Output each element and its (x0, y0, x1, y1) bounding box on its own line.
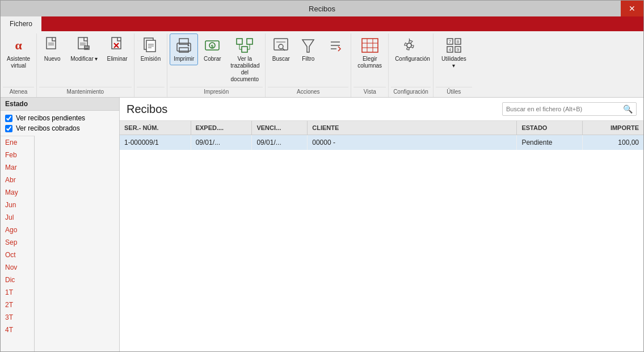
month-list: Ene Feb Mar Abr May Jun Jul Ago Sep Oct … (1, 136, 35, 352)
ribbon-group-utiles: 7 8 4 9 Utilidades ▾ Útiles (433, 33, 474, 97)
modificar-button[interactable]: Modificar ▾ (66, 33, 102, 65)
check-cobrados[interactable]: Ver recibos cobrados (5, 124, 115, 132)
modificar-label: Modificar ▾ (70, 56, 98, 62)
elegir-columnas-label: Elegircolumnas (357, 56, 382, 69)
search-box[interactable]: 🔍 (502, 102, 637, 116)
impresion-group-label: Impresión (170, 87, 263, 97)
quarter-1t[interactable]: 1T (1, 286, 34, 299)
configuracion-button[interactable]: Configuración (391, 33, 427, 65)
month-ago[interactable]: Ago (1, 224, 34, 236)
content-header: Recibos 🔍 (120, 98, 643, 121)
emision-button[interactable]: Emisión (137, 33, 165, 65)
filtro-button[interactable]: Filtro (295, 33, 321, 65)
svg-text:9: 9 (457, 47, 460, 52)
ribbon-group-emision: Emisión (134, 33, 168, 97)
eliminar-button[interactable]: Eliminar (103, 33, 132, 65)
imprimir-button[interactable]: Imprimir (170, 33, 198, 65)
month-jun[interactable]: Jun (1, 199, 34, 211)
cobrar-label: Cobrar (204, 56, 221, 62)
cell-exped: 09/01/... (191, 135, 252, 150)
table-row[interactable]: 1-000009/1 09/01/... 09/01/... 00000 - P… (120, 135, 643, 150)
elegir-columnas-button[interactable]: Elegircolumnas (353, 33, 386, 72)
utilidades-label: Utilidades ▾ (440, 56, 468, 69)
month-may[interactable]: May (1, 186, 34, 199)
cell-cliente: 00000 - (308, 135, 517, 150)
tab-fichero[interactable]: Fichero (1, 16, 41, 31)
table-container: SER.- NÚM. EXPED.... VENCI... CLIENTE ES… (120, 121, 643, 352)
cobrados-label: Ver recibos cobrados (16, 124, 80, 132)
month-dic[interactable]: Dic (1, 274, 34, 286)
asistente-virtual-button[interactable]: α Asistentevirtual (3, 33, 34, 72)
configuracion-group-label: Configuración (391, 87, 431, 97)
month-ene[interactable]: Ene (1, 136, 34, 149)
check-pendientes[interactable]: Ver recibos pendientes (5, 114, 115, 122)
ribbon: Fichero (1, 16, 643, 31)
sidebar-checkboxes: Ver recibos pendientes Ver recibos cobra… (1, 111, 119, 136)
col-exped: EXPED.... (191, 121, 252, 135)
window-title: Recibos (309, 5, 335, 13)
cell-estado: Pendiente (517, 135, 582, 150)
month-nov[interactable]: Nov (1, 261, 34, 274)
trazabilidad-label: Ver la trazabilidaddel documento (230, 56, 259, 83)
svg-point-19 (188, 45, 190, 47)
data-table: SER.- NÚM. EXPED.... VENCI... CLIENTE ES… (120, 121, 643, 150)
nuevo-label: Nuevo (44, 56, 61, 62)
quarter-2t[interactable]: 2T (1, 299, 34, 311)
utilidades-button[interactable]: 7 8 4 9 Utilidades ▾ (436, 33, 472, 72)
quarter-3t[interactable]: 3T (1, 311, 34, 324)
svg-rect-38 (362, 39, 378, 52)
pendientes-checkbox[interactable] (5, 115, 12, 122)
cobrar-button[interactable]: $ Cobrar (199, 33, 225, 65)
svg-marker-34 (302, 40, 314, 52)
eliminar-label: Eliminar (107, 56, 128, 62)
month-sep[interactable]: Sep (1, 236, 34, 249)
svg-text:$: $ (211, 44, 214, 49)
configuracion-label: Configuración (395, 56, 423, 62)
utilidades-icon: 7 8 4 9 (445, 36, 463, 55)
elegir-columnas-icon (361, 36, 379, 55)
buscar-button[interactable]: Buscar (268, 33, 294, 65)
page-title: Recibos (127, 103, 167, 116)
configuracion-icon (400, 36, 418, 55)
acciones-group-label: Acciones (268, 87, 348, 97)
ribbon-group-atenea: α Asistentevirtual Atenea (1, 33, 37, 97)
mantenimiento-group-label: Mantenimiento (39, 87, 131, 97)
trazabilidad-button[interactable]: Ver la trazabilidaddel documento (226, 33, 263, 86)
cobrar-icon: $ (203, 36, 221, 55)
sidebar: Estado Ver recibos pendientes Ver recibo… (1, 98, 120, 352)
sort-icon (326, 36, 344, 55)
ribbon-group-vista: Elegircolumnas Vista (351, 33, 389, 97)
svg-rect-25 (242, 47, 247, 52)
col-venci: VENCI... (252, 121, 308, 135)
month-jul[interactable]: Jul (1, 211, 34, 224)
emision-icon (141, 36, 159, 55)
col-cliente: CLIENTE (308, 121, 517, 135)
buscar-icon (272, 36, 290, 55)
atenea-group-label: Atenea (3, 87, 34, 97)
ribbon-group-impresion: Imprimir $ Cobrar (167, 33, 266, 97)
month-feb[interactable]: Feb (1, 149, 34, 161)
search-icon: 🔍 (623, 104, 633, 114)
quarter-4t[interactable]: 4T (1, 324, 34, 336)
imprimir-label: Imprimir (174, 56, 194, 62)
search-input[interactable] (506, 106, 620, 112)
cobrados-checkbox[interactable] (5, 125, 12, 132)
utiles-group-label: Útiles (436, 87, 472, 97)
close-button[interactable]: ✕ (621, 1, 643, 16)
month-abr[interactable]: Abr (1, 174, 34, 186)
sort-button[interactable] (322, 33, 348, 58)
month-oct[interactable]: Oct (1, 249, 34, 261)
emision-group-label (137, 87, 165, 97)
emision-label: Emisión (141, 56, 161, 62)
trazabilidad-icon (235, 36, 254, 55)
filtro-label: Filtro (302, 56, 314, 62)
svg-text:4: 4 (449, 47, 452, 52)
imprimir-icon (175, 36, 193, 55)
ribbon-group-acciones: Buscar Filtro (266, 33, 351, 97)
nuevo-button[interactable]: Nuevo (39, 33, 65, 65)
status-badge: Pendiente (521, 139, 552, 146)
asistente-icon: α (10, 36, 28, 55)
svg-rect-8 (112, 37, 121, 49)
content-area: Recibos 🔍 SER.- NÚM. EXPED.... VENCI... … (120, 98, 643, 352)
month-mar[interactable]: Mar (1, 161, 34, 174)
